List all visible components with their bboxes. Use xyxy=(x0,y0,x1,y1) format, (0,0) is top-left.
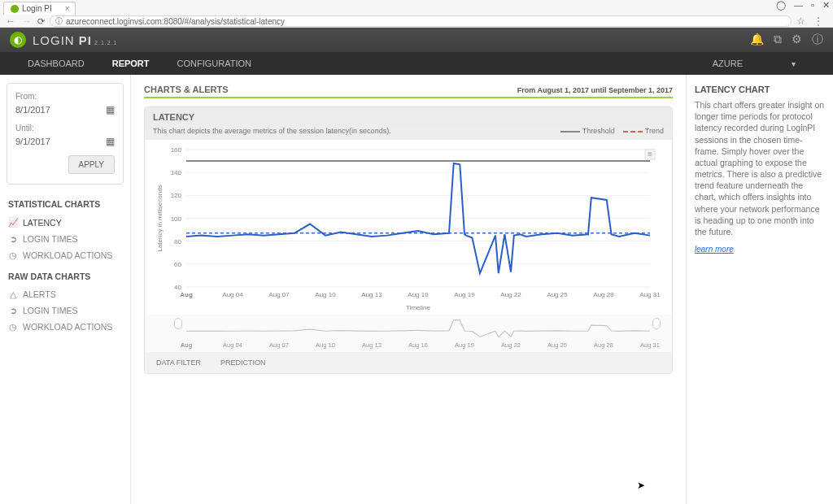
svg-text:Aug: Aug xyxy=(181,341,193,349)
right-title: LATENCY CHART xyxy=(695,85,825,94)
forward-icon[interactable]: → xyxy=(21,15,33,27)
nav-configuration[interactable]: CONFIGURATION xyxy=(177,59,251,68)
svg-text:Aug 22: Aug 22 xyxy=(500,291,521,298)
favicon-icon xyxy=(11,5,19,13)
chevron-down-icon[interactable]: ▾ xyxy=(792,59,796,68)
right-body: This chart offers greater insight on lon… xyxy=(695,99,825,237)
svg-text:Aug 19: Aug 19 xyxy=(455,341,474,349)
svg-text:Aug 07: Aug 07 xyxy=(269,341,289,349)
user-icon[interactable]: ◯ xyxy=(776,0,786,11)
menu-icon[interactable]: ⋮ xyxy=(813,15,823,27)
svg-text:80: 80 xyxy=(174,238,181,245)
svg-text:100: 100 xyxy=(171,215,182,223)
maximize-icon[interactable]: ▫ xyxy=(811,0,814,11)
svg-text:Aug 13: Aug 13 xyxy=(362,341,382,349)
svg-text:Aug 28: Aug 28 xyxy=(593,291,614,298)
svg-text:≡: ≡ xyxy=(648,150,652,159)
svg-text:Aug 25: Aug 25 xyxy=(547,291,568,298)
logo-icon: ◐ xyxy=(10,32,26,48)
sidebar-item-login-times-raw[interactable]: ➲LOGIN TIMES xyxy=(7,302,124,319)
bell-icon[interactable]: 🔔 xyxy=(750,33,764,47)
window-close-icon[interactable]: ✕ xyxy=(822,0,830,11)
svg-text:Aug 10: Aug 10 xyxy=(316,341,335,349)
close-icon[interactable]: × xyxy=(65,4,70,13)
nav-dashboard[interactable]: DASHBOARD xyxy=(28,59,85,68)
latency-panel: LATENCY This chart depicts the average m… xyxy=(144,106,673,374)
until-label: Until: xyxy=(15,124,115,133)
apply-button[interactable]: APPLY xyxy=(68,155,116,174)
svg-text:Aug 07: Aug 07 xyxy=(268,291,290,298)
range-handle-right[interactable] xyxy=(652,318,661,329)
section-date: From August 1, 2017 until September 1, 2… xyxy=(517,86,673,94)
star-icon[interactable]: ☆ xyxy=(796,15,805,27)
browser-tab[interactable]: Login PI × xyxy=(3,2,76,15)
nav-azure[interactable]: AZURE xyxy=(713,59,743,68)
sidebar-item-alerts[interactable]: △ALERTS xyxy=(7,286,124,302)
panel-title: LATENCY xyxy=(145,107,672,125)
cursor-icon: ➤ xyxy=(637,480,645,491)
gear-icon[interactable]: ⚙ xyxy=(792,33,802,47)
latency-chart[interactable]: 406080100120140160AugAug 04Aug 07Aug 10A… xyxy=(148,145,664,311)
brand: LOGIN PI2.1.2.1 xyxy=(33,33,117,47)
url-bar[interactable]: ⓘ azureconnect.loginvsi.com:8080/#/analy… xyxy=(50,15,792,27)
panel-tabs: DATA FILTER PREDICTION xyxy=(145,352,672,373)
date-range-box: From: 8/1/2017 ▦ Until: 9/1/2017 ▦ APPLY xyxy=(7,83,124,185)
calendar-icon[interactable]: ▦ xyxy=(106,136,115,147)
range-handle-left[interactable] xyxy=(174,318,182,329)
svg-text:Aug 04: Aug 04 xyxy=(222,291,243,298)
external-link-icon[interactable]: ⧉ xyxy=(774,33,782,47)
svg-text:Aug 04: Aug 04 xyxy=(223,341,242,349)
info-icon: ⓘ xyxy=(55,16,63,27)
calendar-icon[interactable]: ▦ xyxy=(106,104,115,115)
overview-chart[interactable]: AugAug 04Aug 07Aug 10Aug 13Aug 16Aug 19A… xyxy=(145,315,672,352)
main: From: 8/1/2017 ▦ Until: 9/1/2017 ▦ APPLY… xyxy=(0,75,833,504)
nav-bar: DASHBOARD REPORT CONFIGURATION AZURE ▾ xyxy=(0,52,833,75)
sidebar-left: From: 8/1/2017 ▦ Until: 9/1/2017 ▦ APPLY… xyxy=(0,75,130,504)
tab-title: Login PI xyxy=(22,4,52,13)
svg-text:Aug 22: Aug 22 xyxy=(501,341,521,349)
from-label: From: xyxy=(15,92,115,101)
svg-text:Aug 10: Aug 10 xyxy=(315,291,336,298)
bell2-icon: △ xyxy=(8,289,18,299)
login-icon: ➲ xyxy=(8,306,18,315)
tab-data-filter[interactable]: DATA FILTER xyxy=(156,358,201,367)
svg-text:Aug 16: Aug 16 xyxy=(408,291,429,298)
reload-icon[interactable]: ⟳ xyxy=(37,16,45,27)
svg-text:Timeline: Timeline xyxy=(406,304,430,311)
login-icon: ➲ xyxy=(8,234,18,244)
from-input[interactable]: 8/1/2017 ▦ xyxy=(15,104,115,115)
sidebar-item-workload-actions-raw[interactable]: ◷WORKLOAD ACTIONS xyxy=(7,319,124,335)
chart-line-icon: 📈 xyxy=(8,217,18,228)
nav-report[interactable]: REPORT xyxy=(112,59,150,68)
clock-icon: ◷ xyxy=(8,322,18,332)
svg-text:Aug 25: Aug 25 xyxy=(547,341,567,349)
info-header-icon[interactable]: ⓘ xyxy=(812,33,823,47)
sidebar-item-latency[interactable]: 📈LATENCY xyxy=(7,214,124,231)
svg-text:Aug 19: Aug 19 xyxy=(454,291,475,298)
tab-prediction[interactable]: PREDICTION xyxy=(220,358,266,367)
learn-more-link[interactable]: learn more xyxy=(695,245,734,254)
sidebar-item-workload-actions[interactable]: ◷WORKLOAD ACTIONS xyxy=(7,247,124,263)
svg-text:60: 60 xyxy=(174,261,181,268)
app-header: ◐ LOGIN PI2.1.2.1 🔔 ⧉ ⚙ ⓘ xyxy=(0,28,833,52)
section-title: CHARTS & ALERTS xyxy=(144,85,228,94)
back-icon[interactable]: ← xyxy=(5,15,16,27)
chart-area[interactable]: 406080100120140160AugAug 04Aug 07Aug 10A… xyxy=(145,140,672,315)
svg-text:Aug 31: Aug 31 xyxy=(640,341,660,349)
svg-text:Latency in milliseconds: Latency in milliseconds xyxy=(156,185,164,251)
sidebar-item-login-times[interactable]: ➲LOGIN TIMES xyxy=(7,231,124,247)
svg-text:Aug 28: Aug 28 xyxy=(594,341,613,349)
clock-icon: ◷ xyxy=(8,250,18,260)
svg-text:40: 40 xyxy=(174,284,181,291)
browser-chrome: Login PI × ◯ — ▫ ✕ ← → ⟳ ⓘ azureconnect.… xyxy=(0,0,833,28)
sidebar-right: LATENCY CHART This chart offers greater … xyxy=(687,75,833,504)
until-input[interactable]: 9/1/2017 ▦ xyxy=(15,136,115,147)
svg-text:Aug 16: Aug 16 xyxy=(408,341,428,349)
minimize-icon[interactable]: — xyxy=(794,0,803,11)
legend: Threshold Trend xyxy=(560,127,664,135)
panel-subtitle: This chart depicts the average metrics o… xyxy=(145,125,672,140)
url-text: azureconnect.loginvsi.com:8080/#/analysi… xyxy=(66,17,285,26)
svg-text:160: 160 xyxy=(171,146,182,154)
svg-text:140: 140 xyxy=(171,169,182,176)
content: CHARTS & ALERTS From August 1, 2017 unti… xyxy=(130,75,687,504)
